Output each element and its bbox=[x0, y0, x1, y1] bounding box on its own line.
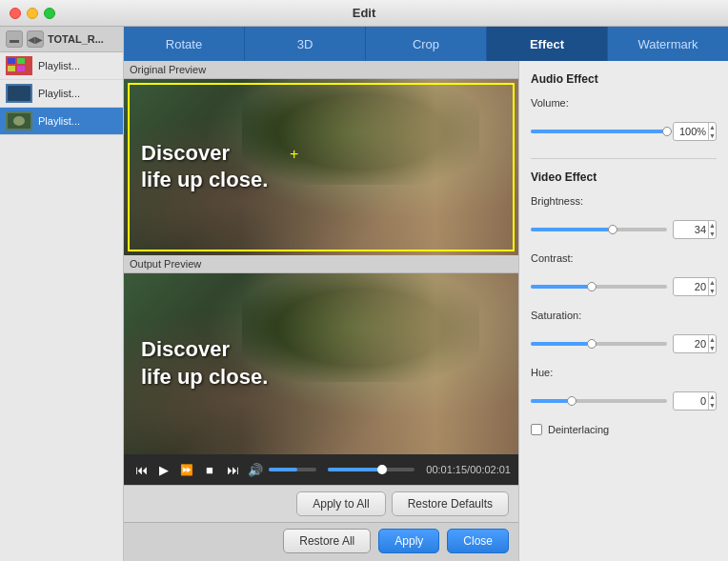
volume-label: Volume: bbox=[531, 97, 597, 109]
deinterlacing-label: Deinterlacing bbox=[548, 424, 609, 435]
crosshair-icon: + bbox=[290, 146, 298, 163]
video-panel: Original Preview Discoverlife up close. … bbox=[124, 61, 518, 561]
section-divider bbox=[531, 158, 717, 159]
content-area: Rotate 3D Crop Effect Watermark Original… bbox=[124, 27, 728, 561]
saturation-arrows[interactable]: ▲ ▼ bbox=[708, 335, 716, 352]
saturation-label: Saturation: bbox=[531, 310, 597, 321]
tab-crop[interactable]: Crop bbox=[366, 27, 487, 61]
deinterlacing-row: Deinterlacing bbox=[531, 424, 717, 435]
tab-3d[interactable]: 3D bbox=[245, 27, 366, 61]
sidebar-nav-btn[interactable]: ◀▶ bbox=[27, 30, 44, 48]
progress-bar[interactable] bbox=[328, 468, 415, 471]
brightness-value-text: 34 bbox=[674, 224, 708, 235]
saturation-value-text: 20 bbox=[674, 338, 708, 350]
contrast-thumb bbox=[587, 282, 597, 291]
hue-label: Hue: bbox=[531, 367, 597, 378]
minimize-button[interactable] bbox=[27, 8, 38, 19]
sidebar: ▬ ◀▶ TOTAL_R... Playlist... Playlist... bbox=[0, 27, 124, 561]
output-video-frame: Discoverlife up close. bbox=[124, 273, 518, 454]
contrast-fill bbox=[531, 285, 592, 289]
maximize-button[interactable] bbox=[44, 8, 55, 19]
svg-rect-2 bbox=[17, 58, 25, 64]
hue-down-arrow[interactable]: ▼ bbox=[709, 401, 716, 410]
video-section-title: Video Effect bbox=[531, 170, 717, 184]
person-silhouette-output bbox=[242, 273, 518, 454]
volume-slider-fill bbox=[531, 130, 667, 133]
skip-back-button[interactable]: ⏮ bbox=[131, 463, 151, 477]
volume-down-arrow[interactable]: ▼ bbox=[709, 131, 716, 140]
hue-arrows[interactable]: ▲ ▼ bbox=[708, 392, 716, 410]
volume-slider[interactable] bbox=[269, 468, 316, 471]
original-preview-label: Original Preview bbox=[124, 61, 518, 79]
contrast-value-text: 20 bbox=[674, 281, 708, 292]
tab-effect[interactable]: Effect bbox=[487, 27, 608, 61]
sidebar-item-label-3: Playlist... bbox=[38, 115, 80, 127]
restore-defaults-button[interactable]: Restore Defaults bbox=[392, 491, 509, 516]
volume-up-arrow[interactable]: ▲ bbox=[709, 123, 716, 131]
playlist-thumbnail-3 bbox=[6, 111, 32, 130]
sidebar-item-2[interactable]: Playlist... bbox=[0, 80, 123, 108]
controls-bar: ⏮ ▶ ⏩ ■ ⏭ 🔊 00:01:15/00:02:01 bbox=[124, 454, 518, 485]
contrast-value: 20 ▲ ▼ bbox=[673, 277, 717, 296]
volume-arrows[interactable]: ▲ ▼ bbox=[708, 123, 716, 140]
sidebar-item-3[interactable]: Playlist... bbox=[0, 108, 123, 135]
restore-all-button[interactable]: Restore All bbox=[283, 529, 371, 553]
brightness-slider[interactable] bbox=[531, 228, 667, 231]
brightness-control-row: 34 ▲ ▼ bbox=[531, 220, 717, 239]
svg-point-9 bbox=[13, 116, 25, 126]
window-title: Edit bbox=[353, 6, 376, 20]
title-bar: Edit bbox=[0, 0, 728, 27]
contrast-down-arrow[interactable]: ▼ bbox=[709, 287, 716, 295]
saturation-fill bbox=[531, 342, 592, 346]
tab-rotate[interactable]: Rotate bbox=[124, 27, 245, 61]
saturation-thumb bbox=[587, 339, 597, 349]
brightness-arrows[interactable]: ▲ ▼ bbox=[708, 221, 716, 238]
svg-rect-6 bbox=[8, 86, 30, 101]
apply-button[interactable]: Apply bbox=[378, 529, 439, 553]
saturation-up-arrow[interactable]: ▲ bbox=[709, 335, 716, 344]
hue-control-row: 0 ▲ ▼ bbox=[531, 391, 717, 411]
saturation-down-arrow[interactable]: ▼ bbox=[709, 344, 716, 352]
stop-button[interactable]: ■ bbox=[200, 463, 219, 477]
saturation-label-row: Saturation: bbox=[531, 310, 717, 321]
fast-forward-button[interactable]: ⏩ bbox=[177, 464, 196, 476]
progress-thumb bbox=[377, 465, 387, 474]
sidebar-title: TOTAL_R... bbox=[48, 33, 117, 45]
play-button[interactable]: ▶ bbox=[154, 463, 173, 477]
close-button[interactable] bbox=[10, 8, 21, 19]
hue-slider[interactable] bbox=[531, 399, 667, 403]
apply-to-all-button[interactable]: Apply to All bbox=[296, 491, 385, 516]
hue-label-row: Hue: bbox=[531, 367, 717, 378]
contrast-up-arrow[interactable]: ▲ bbox=[709, 278, 716, 287]
hue-up-arrow[interactable]: ▲ bbox=[709, 392, 716, 401]
volume-control-row: 100% ▲ ▼ bbox=[531, 122, 717, 141]
brightness-value: 34 ▲ ▼ bbox=[673, 220, 717, 239]
progress-fill bbox=[328, 468, 382, 471]
volume-row: Volume: bbox=[531, 97, 717, 109]
brightness-thumb bbox=[608, 225, 617, 234]
content-body: Original Preview Discoverlife up close. … bbox=[124, 61, 728, 561]
video-text-original: Discoverlife up close. bbox=[141, 140, 268, 194]
sidebar-item-1[interactable]: Playlist... bbox=[0, 52, 123, 80]
volume-icon: 🔊 bbox=[246, 463, 265, 477]
brightness-label-row: Brightness: bbox=[531, 195, 717, 207]
brightness-up-arrow[interactable]: ▲ bbox=[709, 221, 716, 230]
saturation-slider[interactable] bbox=[531, 342, 667, 346]
svg-rect-3 bbox=[8, 66, 15, 71]
contrast-slider[interactable] bbox=[531, 285, 667, 289]
brightness-down-arrow[interactable]: ▼ bbox=[709, 230, 716, 238]
volume-slider-control[interactable] bbox=[531, 130, 667, 133]
sidebar-collapse-btn[interactable]: ▬ bbox=[6, 30, 23, 48]
close-dialog-button[interactable]: Close bbox=[447, 529, 509, 553]
skip-forward-button[interactable]: ⏭ bbox=[223, 463, 242, 477]
volume-fill bbox=[269, 468, 297, 471]
contrast-arrows[interactable]: ▲ ▼ bbox=[708, 278, 716, 295]
audio-section-title: Audio Effect bbox=[531, 72, 717, 86]
saturation-value: 20 ▲ ▼ bbox=[673, 334, 717, 353]
hue-value: 0 ▲ ▼ bbox=[673, 391, 717, 411]
tab-watermark[interactable]: Watermark bbox=[608, 27, 728, 61]
contrast-label: Contrast: bbox=[531, 252, 597, 264]
effects-panel: Audio Effect Volume: 100% ▲ ▼ bbox=[518, 61, 728, 561]
deinterlacing-checkbox[interactable] bbox=[531, 424, 542, 435]
hue-thumb bbox=[567, 396, 576, 406]
